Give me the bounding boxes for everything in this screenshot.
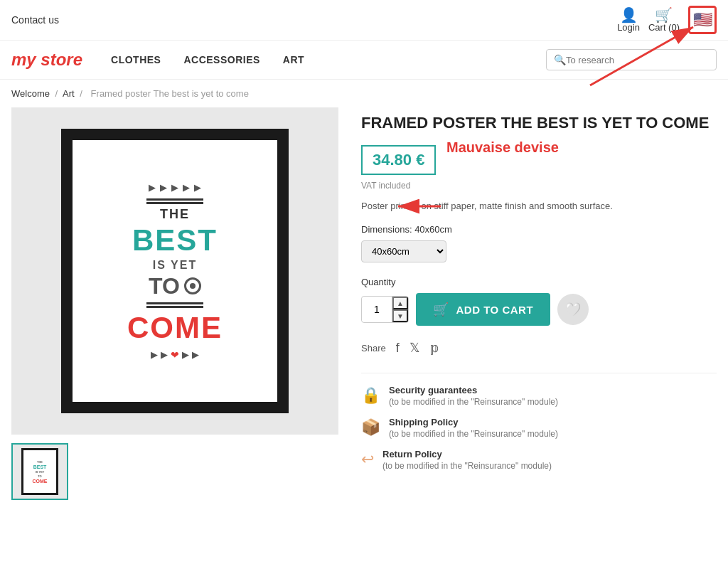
contact-us-link[interactable]: Contact us — [11, 14, 59, 26]
top-bar: Contact us 👤 Login 🛒 Cart (0) 🇺🇸 — [0, 0, 728, 41]
person-icon: 👤 — [620, 8, 638, 22]
guarantee-title-0: Security guarantees — [389, 385, 558, 395]
pinterest-icon[interactable]: 𝕡 — [430, 340, 439, 356]
price-display: 34.80 € — [361, 145, 436, 175]
product-title: FRAMED POSTER THE BEST IS YET TO COME — [361, 113, 717, 134]
guarantee-sub-0: (to be modified in the "Reinsurance" mod… — [389, 397, 558, 407]
quantity-up-button[interactable]: ▲ — [392, 297, 408, 309]
product-details: FRAMED POSTER THE BEST IS YET TO COME 34… — [361, 107, 717, 500]
poster-arrows-bottom: ▶ ▶ ❤ ▶ ▶ — [151, 349, 199, 361]
product-images: ▶ ▶ ▶ ▶ ▶ THE BEST IS YET TO — [11, 107, 338, 500]
nav-link-clothes[interactable]: CLOTHES — [111, 54, 161, 65]
guarantee-icon-1: 📦 — [361, 418, 380, 437]
cart-icon: 🛒 — [655, 8, 673, 22]
quantity-row: ▲ ▼ 🛒 ADD TO CART 🤍 — [361, 293, 717, 326]
product-description: Poster printed on stiff paper, matte fin… — [361, 199, 717, 213]
add-to-cart-label: ADD TO CART — [456, 304, 534, 316]
guarantee-title-2: Return Policy — [382, 449, 552, 459]
flag-button[interactable]: 🇺🇸 — [688, 6, 717, 34]
guarantee-item-2: ↩ Return Policy (to be modified in the "… — [361, 449, 717, 471]
nav-link-art[interactable]: ART — [283, 54, 304, 65]
guarantee-item-0: 🔒 Security guarantees (to be modified in… — [361, 385, 717, 407]
twitter-icon[interactable]: 𝕏 — [410, 340, 420, 356]
cart-button[interactable]: 🛒 Cart (0) — [648, 8, 680, 33]
breadcrumb-sep1: / — [55, 88, 58, 99]
quantity-control: ▲ ▼ — [361, 296, 409, 323]
breadcrumb-cat[interactable]: Art — [63, 88, 75, 99]
poster-is-yet: IS YET — [153, 259, 197, 272]
thumbnail-1[interactable]: THE BEST IS YET TO COME — [11, 443, 68, 500]
dimensions-select[interactable]: 40x60cm — [361, 240, 446, 262]
vat-text: VAT included — [361, 181, 717, 191]
quantity-input[interactable] — [362, 298, 392, 321]
breadcrumb: Welcome / Art / Framed poster The best i… — [0, 80, 728, 107]
poster-best: BEST — [132, 223, 218, 257]
login-label: Login — [617, 22, 640, 33]
guarantee-text-2: Return Policy (to be modified in the "Re… — [382, 449, 552, 471]
logo: my store — [11, 50, 82, 70]
share-row: Share f 𝕏 𝕡 — [361, 340, 717, 356]
nav-link-accessories[interactable]: ACCESSORIES — [183, 54, 259, 65]
poster-inner: ▶ ▶ ▶ ▶ ▶ THE BEST IS YET TO — [73, 140, 277, 402]
mauvaise-devise-annotation: Mauvaise devise — [446, 139, 559, 156]
cart-label: Cart (0) — [648, 22, 680, 33]
login-button[interactable]: 👤 Login — [617, 8, 640, 33]
product-area: ▶ ▶ ▶ ▶ ▶ THE BEST IS YET TO — [0, 107, 728, 523]
thumbnail-row: THE BEST IS YET TO COME — [11, 443, 338, 500]
guarantee-item-1: 📦 Shipping Policy (to be modified in the… — [361, 417, 717, 439]
guarantee-text-1: Shipping Policy (to be modified in the "… — [389, 417, 558, 439]
poster-lines-bottom — [146, 302, 203, 308]
quantity-arrows: ▲ ▼ — [392, 297, 408, 322]
guarantees: 🔒 Security guarantees (to be modified in… — [361, 373, 717, 471]
main-image: ▶ ▶ ▶ ▶ ▶ THE BEST IS YET TO — [11, 107, 338, 435]
logo-store: store — [41, 50, 82, 69]
breadcrumb-sep2: / — [80, 88, 82, 99]
heart-icon: 🤍 — [565, 302, 581, 317]
facebook-icon[interactable]: f — [396, 341, 400, 356]
add-to-cart-button[interactable]: 🛒 ADD TO CART — [416, 293, 550, 326]
nav-links: CLOTHES ACCESSORIES ART — [111, 54, 304, 65]
poster-to-target: TO — [149, 273, 201, 299]
quantity-label: Quantity — [361, 277, 717, 287]
search-wrapper: 🔍 — [546, 49, 717, 70]
share-label: Share — [361, 343, 386, 354]
poster-frame: ▶ ▶ ▶ ▶ ▶ THE BEST IS YET TO — [61, 129, 289, 413]
quantity-down-button[interactable]: ▼ — [392, 309, 408, 322]
guarantee-icon-2: ↩ — [361, 450, 374, 469]
guarantee-text-0: Security guarantees (to be modified in t… — [389, 385, 558, 407]
breadcrumb-page: Framed poster The best is yet to come — [91, 88, 249, 99]
poster-come: COME — [127, 311, 223, 345]
search-input[interactable] — [566, 55, 709, 65]
poster-the: THE — [160, 207, 190, 222]
nav-item-art[interactable]: ART — [283, 54, 304, 65]
poster-lines-top — [146, 198, 203, 204]
guarantee-sub-1: (to be modified in the "Reinsurance" mod… — [389, 429, 558, 439]
top-bar-right: 👤 Login 🛒 Cart (0) 🇺🇸 — [617, 6, 717, 34]
top-bar-left: Contact us — [11, 14, 59, 26]
guarantee-sub-2: (to be modified in the "Reinsurance" mod… — [382, 461, 552, 471]
nav-item-accessories[interactable]: ACCESSORIES — [183, 54, 259, 65]
guarantee-title-1: Shipping Policy — [389, 417, 558, 427]
poster-arrows-top: ▶ ▶ ▶ ▶ ▶ — [149, 182, 201, 193]
nav-item-clothes[interactable]: CLOTHES — [111, 54, 161, 65]
breadcrumb-home[interactable]: Welcome — [11, 88, 50, 99]
cart-icon-btn: 🛒 — [433, 302, 449, 317]
wishlist-button[interactable]: 🤍 — [557, 294, 589, 325]
price-section: 34.80 € Mauvaise devise — [361, 145, 436, 181]
dimensions-label: Dimensions: 40x60cm — [361, 224, 717, 235]
guarantee-icon-0: 🔒 — [361, 386, 380, 405]
search-icon: 🔍 — [554, 54, 566, 65]
nav-bar: my store CLOTHES ACCESSORIES ART 🔍 — [0, 41, 728, 80]
logo-my: my — [11, 50, 36, 69]
